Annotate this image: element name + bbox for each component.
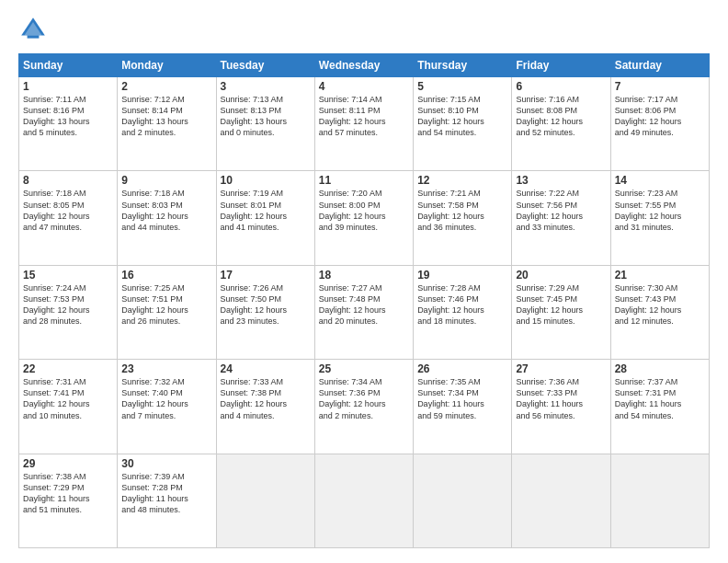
day-number: 9 — [121, 174, 211, 187]
day-cell-11: 11Sunrise: 7:20 AMSunset: 8:00 PMDayligh… — [314, 171, 413, 265]
day-number: 28 — [615, 362, 705, 375]
day-cell-16: 16Sunrise: 7:25 AMSunset: 7:51 PMDayligh… — [118, 265, 216, 359]
day-cell-2: 2Sunrise: 7:12 AMSunset: 8:14 PMDaylight… — [118, 77, 216, 171]
day-cell-6: 6Sunrise: 7:16 AMSunset: 8:08 PMDaylight… — [512, 77, 610, 171]
day-number: 19 — [417, 269, 507, 282]
day-number: 16 — [121, 269, 211, 282]
day-cell-7: 7Sunrise: 7:17 AMSunset: 8:06 PMDaylight… — [610, 77, 709, 171]
day-cell-27: 27Sunrise: 7:36 AMSunset: 7:33 PMDayligh… — [512, 360, 610, 454]
day-cell-15: 15Sunrise: 7:24 AMSunset: 7:53 PMDayligh… — [19, 265, 118, 359]
day-cell-8: 8Sunrise: 7:18 AMSunset: 8:05 PMDaylight… — [19, 171, 118, 265]
day-number: 29 — [23, 457, 113, 470]
cell-text: Sunrise: 7:12 AMSunset: 8:14 PMDaylight:… — [121, 94, 211, 139]
weekday-saturday: Saturday — [610, 54, 709, 77]
day-number: 8 — [23, 174, 113, 187]
logo-icon — [18, 15, 48, 44]
cell-text: Sunrise: 7:17 AMSunset: 8:06 PMDaylight:… — [615, 94, 705, 139]
cell-text: Sunrise: 7:15 AMSunset: 8:10 PMDaylight:… — [417, 94, 507, 139]
day-number: 6 — [516, 80, 606, 93]
cell-text: Sunrise: 7:32 AMSunset: 7:40 PMDaylight:… — [121, 376, 211, 421]
empty-cell — [414, 454, 512, 547]
cell-text: Sunrise: 7:16 AMSunset: 8:08 PMDaylight:… — [516, 94, 606, 139]
day-cell-13: 13Sunrise: 7:22 AMSunset: 7:56 PMDayligh… — [512, 171, 610, 265]
logo — [18, 15, 51, 44]
day-cell-4: 4Sunrise: 7:14 AMSunset: 8:11 PMDaylight… — [314, 77, 413, 171]
weekday-friday: Friday — [512, 54, 610, 77]
cell-text: Sunrise: 7:30 AMSunset: 7:43 PMDaylight:… — [615, 282, 705, 327]
header — [18, 15, 710, 44]
day-cell-20: 20Sunrise: 7:29 AMSunset: 7:45 PMDayligh… — [512, 265, 610, 359]
week-row-3: 22Sunrise: 7:31 AMSunset: 7:41 PMDayligh… — [19, 360, 710, 454]
day-cell-22: 22Sunrise: 7:31 AMSunset: 7:41 PMDayligh… — [19, 360, 118, 454]
day-number: 24 — [221, 362, 311, 375]
cell-text: Sunrise: 7:33 AMSunset: 7:38 PMDaylight:… — [221, 376, 311, 421]
day-cell-29: 29Sunrise: 7:38 AMSunset: 7:29 PMDayligh… — [19, 454, 118, 547]
day-number: 1 — [23, 80, 113, 93]
day-cell-12: 12Sunrise: 7:21 AMSunset: 7:58 PMDayligh… — [414, 171, 512, 265]
day-number: 18 — [319, 269, 409, 282]
cell-text: Sunrise: 7:23 AMSunset: 7:55 PMDaylight:… — [615, 188, 705, 233]
day-cell-10: 10Sunrise: 7:19 AMSunset: 8:01 PMDayligh… — [216, 171, 314, 265]
day-number: 25 — [319, 362, 409, 375]
cell-text: Sunrise: 7:21 AMSunset: 7:58 PMDaylight:… — [417, 188, 507, 233]
cell-text: Sunrise: 7:27 AMSunset: 7:48 PMDaylight:… — [319, 282, 409, 327]
day-number: 30 — [121, 457, 211, 470]
cell-text: Sunrise: 7:37 AMSunset: 7:31 PMDaylight:… — [615, 376, 705, 421]
day-number: 11 — [319, 174, 409, 187]
day-number: 2 — [121, 80, 211, 93]
cell-text: Sunrise: 7:36 AMSunset: 7:33 PMDaylight:… — [516, 376, 606, 421]
empty-cell — [216, 454, 314, 547]
day-cell-24: 24Sunrise: 7:33 AMSunset: 7:38 PMDayligh… — [216, 360, 314, 454]
day-cell-1: 1Sunrise: 7:11 AMSunset: 8:16 PMDaylight… — [19, 77, 118, 171]
cell-text: Sunrise: 7:13 AMSunset: 8:13 PMDaylight:… — [221, 94, 311, 139]
weekday-sunday: Sunday — [19, 54, 118, 77]
calendar: SundayMondayTuesdayWednesdayThursdayFrid… — [18, 53, 710, 548]
day-cell-14: 14Sunrise: 7:23 AMSunset: 7:55 PMDayligh… — [610, 171, 709, 265]
cell-text: Sunrise: 7:18 AMSunset: 8:03 PMDaylight:… — [121, 188, 211, 233]
week-row-2: 15Sunrise: 7:24 AMSunset: 7:53 PMDayligh… — [19, 265, 710, 359]
day-number: 10 — [221, 174, 311, 187]
day-number: 17 — [221, 269, 311, 282]
cell-text: Sunrise: 7:28 AMSunset: 7:46 PMDaylight:… — [417, 282, 507, 327]
cell-text: Sunrise: 7:14 AMSunset: 8:11 PMDaylight:… — [319, 94, 409, 139]
day-number: 5 — [417, 80, 507, 93]
cell-text: Sunrise: 7:19 AMSunset: 8:01 PMDaylight:… — [221, 188, 311, 233]
day-number: 14 — [615, 174, 705, 187]
weekday-tuesday: Tuesday — [216, 54, 314, 77]
day-cell-28: 28Sunrise: 7:37 AMSunset: 7:31 PMDayligh… — [610, 360, 709, 454]
day-number: 21 — [615, 269, 705, 282]
cell-text: Sunrise: 7:20 AMSunset: 8:00 PMDaylight:… — [319, 188, 409, 233]
day-cell-21: 21Sunrise: 7:30 AMSunset: 7:43 PMDayligh… — [610, 265, 709, 359]
day-number: 20 — [516, 269, 606, 282]
day-number: 27 — [516, 362, 606, 375]
weekday-monday: Monday — [118, 54, 216, 77]
cell-text: Sunrise: 7:35 AMSunset: 7:34 PMDaylight:… — [417, 376, 507, 421]
day-cell-26: 26Sunrise: 7:35 AMSunset: 7:34 PMDayligh… — [414, 360, 512, 454]
weekday-header-row: SundayMondayTuesdayWednesdayThursdayFrid… — [19, 54, 710, 77]
empty-cell — [610, 454, 709, 547]
day-cell-25: 25Sunrise: 7:34 AMSunset: 7:36 PMDayligh… — [314, 360, 413, 454]
weekday-thursday: Thursday — [414, 54, 512, 77]
day-number: 26 — [417, 362, 507, 375]
cell-text: Sunrise: 7:18 AMSunset: 8:05 PMDaylight:… — [23, 188, 113, 233]
week-row-4: 29Sunrise: 7:38 AMSunset: 7:29 PMDayligh… — [19, 454, 710, 547]
calendar-body: 1Sunrise: 7:11 AMSunset: 8:16 PMDaylight… — [19, 77, 710, 548]
day-number: 23 — [121, 362, 211, 375]
day-number: 4 — [319, 80, 409, 93]
day-number: 7 — [615, 80, 705, 93]
cell-text: Sunrise: 7:11 AMSunset: 8:16 PMDaylight:… — [23, 94, 113, 139]
cell-text: Sunrise: 7:26 AMSunset: 7:50 PMDaylight:… — [221, 282, 311, 327]
cell-text: Sunrise: 7:31 AMSunset: 7:41 PMDaylight:… — [23, 376, 113, 421]
weekday-wednesday: Wednesday — [314, 54, 413, 77]
cell-text: Sunrise: 7:39 AMSunset: 7:28 PMDaylight:… — [121, 471, 211, 516]
day-cell-30: 30Sunrise: 7:39 AMSunset: 7:28 PMDayligh… — [118, 454, 216, 547]
day-number: 3 — [221, 80, 311, 93]
day-cell-9: 9Sunrise: 7:18 AMSunset: 8:03 PMDaylight… — [118, 171, 216, 265]
empty-cell — [512, 454, 610, 547]
cell-text: Sunrise: 7:25 AMSunset: 7:51 PMDaylight:… — [121, 282, 211, 327]
day-number: 12 — [417, 174, 507, 187]
cell-text: Sunrise: 7:34 AMSunset: 7:36 PMDaylight:… — [319, 376, 409, 421]
day-cell-5: 5Sunrise: 7:15 AMSunset: 8:10 PMDaylight… — [414, 77, 512, 171]
cell-text: Sunrise: 7:24 AMSunset: 7:53 PMDaylight:… — [23, 282, 113, 327]
cell-text: Sunrise: 7:22 AMSunset: 7:56 PMDaylight:… — [516, 188, 606, 233]
